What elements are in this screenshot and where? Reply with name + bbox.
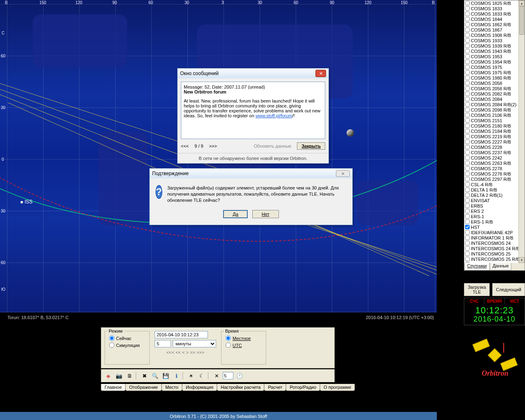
close-icon[interactable]: ✕ <box>336 170 350 177</box>
sat-checkbox[interactable] <box>465 241 470 245</box>
sat-checkbox[interactable] <box>465 38 470 43</box>
sat-item[interactable]: COSMOS 2098 R/B <box>464 107 525 112</box>
sat-checkbox[interactable] <box>465 81 470 85</box>
sat-item[interactable]: DELTA 2 R/B(1) <box>464 192 525 198</box>
sat-item[interactable]: COSMOS 1954 R/B <box>464 59 525 64</box>
satellite-list[interactable]: COSMOS 1825 R/BCOSMOS 1833COSMOS 1833 R/… <box>464 0 525 263</box>
sat-checkbox[interactable] <box>465 225 470 229</box>
sat-item[interactable]: COSMOS 1975 R/B <box>464 70 525 75</box>
sat-item[interactable]: IDEFIX/ARIANE 42P <box>464 230 525 235</box>
sat-checkbox[interactable] <box>465 209 470 213</box>
tab-информация[interactable]: Информация <box>182 384 217 391</box>
sat-checkbox[interactable] <box>465 134 470 139</box>
sat-checkbox[interactable] <box>465 203 470 208</box>
tool-save-icon[interactable]: 💾 <box>161 371 170 380</box>
nav-next[interactable]: >>> <box>209 144 217 148</box>
time-nav[interactable]: <<< << < > >> >>> <box>155 350 216 355</box>
sat-checkbox[interactable] <box>465 129 470 133</box>
sat-checkbox[interactable] <box>465 97 470 101</box>
sat-item[interactable]: ERS-1 <box>464 214 525 219</box>
tool-camera-icon[interactable]: 📷 <box>114 371 123 380</box>
sat-checkbox[interactable] <box>465 1 470 5</box>
sat-item[interactable]: COSMOS 2263 R/B <box>464 160 525 166</box>
sat-checkbox[interactable] <box>465 17 470 21</box>
sat-checkbox[interactable] <box>465 230 470 235</box>
tab-о-программе[interactable]: О программе <box>320 384 355 391</box>
sat-item[interactable]: COSMOS 2058 <box>464 80 525 86</box>
sat-checkbox[interactable] <box>465 22 470 27</box>
sat-item[interactable]: INTERCOSMOS 24 R/B <box>464 246 525 251</box>
sat-checkbox[interactable] <box>465 123 470 128</box>
sat-item[interactable]: COSMOS 2082 R/B <box>464 91 525 96</box>
sat-item[interactable]: COSMOS 2278 <box>464 166 525 171</box>
sat-checkbox[interactable] <box>465 91 470 96</box>
sat-item[interactable]: COSMOS 2228 <box>464 144 525 150</box>
sat-checkbox[interactable] <box>465 246 470 251</box>
tool-clock-icon[interactable]: 🕐 <box>235 371 244 380</box>
sat-item[interactable]: HST <box>464 224 525 230</box>
tab-data[interactable]: Данные <box>490 263 512 270</box>
sat-item[interactable]: COSMOS 1933 <box>464 38 525 43</box>
sat-checkbox[interactable] <box>465 145 470 149</box>
sat-checkbox[interactable] <box>465 251 470 256</box>
tool-moon-icon[interactable]: ☾ <box>197 371 206 380</box>
messages-dialog-titlebar[interactable]: Окно сообщений ✕ <box>178 68 329 78</box>
tool-info-icon[interactable]: ℹ <box>172 371 181 380</box>
sat-item[interactable]: COSMOS 1867 <box>464 27 525 32</box>
tab-отображение[interactable]: Отображение <box>126 384 162 391</box>
sat-checkbox[interactable] <box>465 182 470 187</box>
tool-sun-icon[interactable]: ☀ <box>187 371 196 380</box>
sat-checkbox[interactable] <box>465 235 470 240</box>
tab-ротор/радио[interactable]: Ротор/Радио <box>286 384 320 391</box>
dlg-close-button[interactable]: Закрыть <box>297 142 325 150</box>
mode-now-radio[interactable] <box>109 336 114 341</box>
sat-checkbox[interactable] <box>465 49 470 53</box>
sat-checkbox[interactable] <box>465 70 470 75</box>
sat-item[interactable]: COSMOS 2084 R/B(2) <box>464 102 525 107</box>
load-tle-button[interactable]: Загрузка TLE <box>464 283 490 296</box>
sat-checkbox[interactable] <box>465 139 470 144</box>
sat-item[interactable]: COSMOS 1980 R/B <box>464 75 525 80</box>
tab-настройки-расчета[interactable]: Настройки расчета <box>217 384 264 391</box>
sat-checkbox[interactable] <box>465 107 470 112</box>
datetime-input[interactable] <box>155 331 208 338</box>
next-button[interactable]: Следующий <box>492 283 525 296</box>
tool-search-icon[interactable]: 🔍 <box>151 371 160 380</box>
sat-checkbox[interactable] <box>465 150 470 155</box>
sat-checkbox[interactable] <box>465 177 470 181</box>
sat-checkbox[interactable] <box>465 27 470 32</box>
sat-item[interactable]: COSMOS 2058 R/B <box>464 86 525 91</box>
sat-checkbox[interactable] <box>465 171 470 176</box>
sat-checkbox[interactable] <box>465 187 470 192</box>
nav-prev[interactable]: <<< <box>181 144 189 148</box>
sat-item[interactable]: COSMOS 2180 R/B <box>464 123 525 128</box>
time-utc-radio[interactable] <box>226 342 231 348</box>
tool-copy-icon[interactable]: 🗎 <box>125 371 134 380</box>
sat-item[interactable]: COSMOS 2084 <box>464 96 525 102</box>
sat-checkbox[interactable] <box>465 155 470 160</box>
sat-checkbox[interactable] <box>465 43 470 48</box>
sat-checkbox[interactable] <box>465 257 470 261</box>
sat-checkbox[interactable] <box>465 65 470 69</box>
sat-checkbox[interactable] <box>465 193 470 197</box>
forum-link[interactable]: www.stoff.pl/forum <box>256 113 292 118</box>
sat-item[interactable]: COSMOS 1862 R/B <box>464 22 525 27</box>
sat-checkbox[interactable] <box>465 102 470 107</box>
sat-checkbox[interactable] <box>465 219 470 224</box>
sat-item[interactable]: INTERCOSMOS 25 <box>464 251 525 256</box>
confirmation-dialog-titlebar[interactable]: Подтверждение ✕ <box>150 169 352 178</box>
scrollbar[interactable]: ▲ ▼ <box>518 0 525 263</box>
sat-item[interactable]: INTERCOSMOS 24 <box>464 240 525 246</box>
sat-checkbox[interactable] <box>465 166 470 171</box>
sat-checkbox[interactable] <box>465 214 470 219</box>
sat-item[interactable]: COSMOS 2151 <box>464 118 525 123</box>
scroll-down-button[interactable]: ▼ <box>519 257 525 263</box>
sat-checkbox[interactable] <box>465 161 470 165</box>
sat-item[interactable]: COSMOS 2237 R/B <box>464 150 525 155</box>
sat-item[interactable]: INTERCOSMOS 25 R/B <box>464 256 525 262</box>
sat-item[interactable]: DELTA 1 R/B <box>464 187 525 192</box>
sat-checkbox[interactable] <box>465 59 470 64</box>
no-button[interactable]: Нет <box>252 210 279 218</box>
sat-item[interactable]: COSMOS 2184 R/B <box>464 128 525 134</box>
sat-checkbox[interactable] <box>465 198 470 203</box>
